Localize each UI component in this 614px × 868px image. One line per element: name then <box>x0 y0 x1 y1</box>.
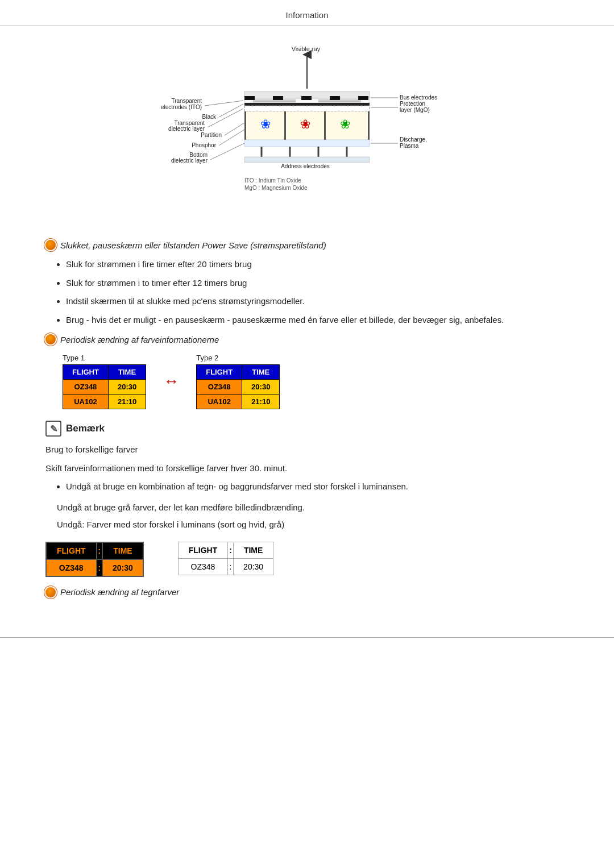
section2-heading: Periodisk ændring af farveinformationern… <box>45 334 569 344</box>
svg-text:MgO : Magnesium Oxide: MgO : Magnesium Oxide <box>244 185 308 191</box>
note-para1: Brug to forskellige farver <box>45 443 569 456</box>
page-footer <box>0 637 614 638</box>
type1-row1: OZ348 20:30 <box>63 380 146 394</box>
svg-line-36 <box>225 123 244 135</box>
section1-bullet-list: Sluk for strømmen i fire timer efter 20 … <box>45 258 569 326</box>
good-time: 20:30 <box>233 558 273 575</box>
type2-time1: 20:30 <box>242 380 280 394</box>
svg-line-28 <box>205 101 243 106</box>
svg-rect-8 <box>273 96 283 100</box>
svg-text:❀: ❀ <box>300 117 310 131</box>
diagram-section: Visible ray <box>45 43 569 219</box>
good-example-table: FLIGHT : TIME OZ348 : 20:30 <box>178 542 274 575</box>
svg-text:ITO : Indium Tin Oxide: ITO : Indium Tin Oxide <box>244 177 301 184</box>
note-heading-text: Bemærk <box>66 423 105 434</box>
section3-heading-text: Periodisk ændring af tegnfarver <box>60 587 179 597</box>
svg-text:layer (MgO): layer (MgO) <box>400 107 430 113</box>
type1-table: FLIGHT TIME OZ348 20:30 UA102 21:10 <box>63 364 146 409</box>
type1-container: Type 1 FLIGHT TIME OZ348 20:30 <box>63 354 146 409</box>
note-icon: ✎ <box>45 421 61 437</box>
svg-text:Protection: Protection <box>400 101 425 107</box>
svg-text:electrodes (ITO): electrodes (ITO) <box>161 104 202 110</box>
type1-time2: 21:10 <box>108 394 146 409</box>
visible-ray-label: Visible ray <box>292 45 321 52</box>
svg-text:Phosphor: Phosphor <box>192 142 216 148</box>
type2-table: FLIGHT TIME OZ348 20:30 UA102 21:10 <box>196 364 280 409</box>
svg-rect-11 <box>358 96 368 100</box>
svg-text:Black: Black <box>202 114 217 120</box>
bidirectional-arrow: ↔ <box>163 372 179 391</box>
section1-heading-text: Slukket, pauseskærm eller tilstanden Pow… <box>60 240 326 250</box>
type1-col2: TIME <box>108 365 146 380</box>
type1-flight2: UA102 <box>63 394 109 409</box>
svg-text:Address electrodes: Address electrodes <box>281 163 330 169</box>
bullet-item-4: Brug - hvis det er muligt - en pauseskær… <box>66 314 569 327</box>
page-title: Information <box>285 10 328 20</box>
type2-container: Type 2 FLIGHT TIME OZ348 20:30 <box>196 354 280 409</box>
type1-label: Type 1 <box>63 354 146 362</box>
bad-col2: TIME <box>102 542 143 559</box>
type2-col2: TIME <box>242 365 280 380</box>
bad-colon-header: : <box>97 542 103 559</box>
pdp-diagram: Visible ray <box>131 43 483 219</box>
bullet-item-2: Sluk for strømmen i to timer efter 12 ti… <box>66 277 569 290</box>
page-header: Information <box>0 0 614 26</box>
good-col1: FLIGHT <box>178 542 228 558</box>
svg-text:❀: ❀ <box>260 117 271 131</box>
good-colon: : <box>228 558 234 575</box>
svg-text:dielectric layer: dielectric layer <box>168 126 205 132</box>
good-row1: OZ348 : 20:30 <box>178 558 273 575</box>
svg-line-38 <box>219 130 244 146</box>
svg-rect-18 <box>368 111 370 140</box>
bad-time: 20:30 <box>102 559 143 576</box>
orange-dot-2 <box>45 334 56 344</box>
type2-row2: UA102 21:10 <box>197 394 280 409</box>
color-table-section: Type 1 FLIGHT TIME OZ348 20:30 <box>63 354 569 409</box>
note-sub2: Undgå: Farver med stor forskel i luminan… <box>57 518 569 531</box>
compare-tables: FLIGHT : TIME OZ348 : 20:30 FLIGHT : TIM <box>45 542 569 577</box>
good-colon-header: : <box>228 542 234 558</box>
svg-rect-12 <box>244 103 370 106</box>
main-content: Visible ray <box>0 26 614 628</box>
svg-rect-9 <box>301 96 312 100</box>
type2-col1: FLIGHT <box>197 365 242 380</box>
svg-rect-7 <box>244 96 255 100</box>
section3-heading: Periodisk ændring af tegnfarver <box>45 587 569 597</box>
note-para2: Skift farveinformationen med to forskell… <box>45 462 569 475</box>
pdp-diagram-svg: Visible ray <box>131 43 483 219</box>
note-sub1: Undgå at bruge grå farver, der let kan m… <box>57 501 569 514</box>
orange-dot-3 <box>45 587 56 597</box>
svg-rect-27 <box>244 157 370 163</box>
bad-col1: FLIGHT <box>46 542 97 559</box>
good-flight: OZ348 <box>178 558 228 575</box>
svg-text:Partition: Partition <box>201 132 222 138</box>
type2-time2: 21:10 <box>242 394 280 409</box>
note-bullet-list: Undgå at bruge en kombination af tegn- o… <box>45 480 569 493</box>
bad-colon: : <box>97 559 103 576</box>
section2-heading-text: Periodisk ændring af farveinformationern… <box>60 335 219 344</box>
note-bullet1: Undgå at bruge en kombination af tegn- o… <box>66 480 569 493</box>
svg-rect-22 <box>244 140 370 147</box>
type1-time1: 20:30 <box>108 380 146 394</box>
bad-flight: OZ348 <box>46 559 97 576</box>
svg-rect-10 <box>330 96 340 100</box>
type2-flight1: OZ348 <box>197 380 242 394</box>
svg-text:Bus electrodes: Bus electrodes <box>400 94 437 101</box>
svg-rect-16 <box>284 111 286 140</box>
svg-rect-13 <box>244 106 370 111</box>
note-section: ✎ Bemærk Brug to forskellige farver Skif… <box>45 421 569 531</box>
type2-row1: OZ348 20:30 <box>197 380 280 394</box>
section1-heading: Slukket, pauseskærm eller tilstanden Pow… <box>45 240 569 250</box>
bullet-item-3: Indstil skærmen til at slukke med pc'ens… <box>66 295 569 308</box>
note-heading: ✎ Bemærk <box>45 421 569 437</box>
svg-text:Discharge,: Discharge, <box>400 136 427 143</box>
svg-text:❀: ❀ <box>340 117 350 131</box>
orange-dot-1 <box>45 240 56 250</box>
bad-example-table: FLIGHT : TIME OZ348 : 20:30 <box>45 542 144 577</box>
svg-rect-17 <box>324 111 326 140</box>
svg-text:dielectric layer: dielectric layer <box>171 157 208 164</box>
svg-text:Transparent: Transparent <box>171 98 202 104</box>
svg-rect-15 <box>244 111 246 140</box>
bad-row1: OZ348 : 20:30 <box>46 559 143 576</box>
type2-label: Type 2 <box>196 354 280 362</box>
